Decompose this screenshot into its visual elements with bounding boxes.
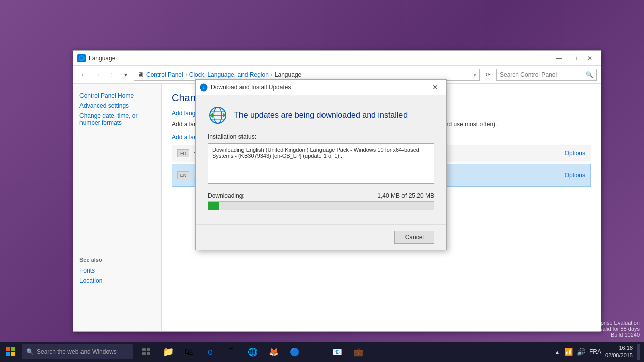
download-dialog: ↓ Download and Install Updates ✕	[195, 79, 447, 250]
sidebar-link-date-format[interactable]: Change date, time, or number formats	[79, 112, 155, 126]
task-view-button[interactable]	[137, 342, 157, 362]
sidebar-link-home[interactable]: Control Panel Home	[79, 92, 155, 99]
svg-rect-9	[6, 347, 10, 351]
up-button[interactable]: ↑	[106, 69, 118, 81]
breadcrumb-icon: 🖥	[137, 71, 144, 79]
sidebar-link-advanced[interactable]: Advanced settings	[79, 102, 155, 109]
svg-rect-14	[147, 348, 150, 351]
windows-logo-icon	[6, 347, 15, 356]
refresh-button[interactable]: ⟳	[482, 69, 494, 81]
sidebar-link-fonts[interactable]: Fonts	[79, 267, 155, 274]
dialog-header-icon	[208, 105, 228, 125]
edge-icon[interactable]: e	[200, 342, 220, 362]
flag-en: EN	[177, 171, 189, 179]
tray-volume-icon[interactable]: 🔊	[577, 348, 585, 356]
svg-rect-12	[11, 352, 15, 356]
store-icon[interactable]: 🛍	[179, 342, 199, 362]
ie-icon[interactable]: 🌐	[243, 342, 263, 362]
taskbar-icons: 📁 🛍 e 🖩 🌐 🦊 🔵 🖥 📧 💼	[137, 342, 368, 362]
installation-status-textarea	[208, 143, 434, 184]
misc-icon2[interactable]: 📧	[327, 342, 347, 362]
misc-icon1[interactable]: 🖥	[306, 342, 326, 362]
taskbar-search-box[interactable]: 🔍 Search the web and Windows	[22, 344, 133, 359]
search-icon[interactable]: 🔍	[586, 71, 593, 78]
misc-icon3[interactable]: 💼	[348, 342, 368, 362]
titlebar: 🌐 Language — □ ✕	[73, 51, 601, 66]
breadcrumb-language: Language	[275, 71, 301, 78]
svg-rect-10	[11, 347, 15, 351]
ccleaner-icon[interactable]: 🔵	[285, 342, 305, 362]
build-line1: prise Evaluation	[555, 320, 640, 326]
svg-rect-11	[6, 352, 10, 356]
minimize-button[interactable]: —	[552, 53, 567, 63]
taskbar-tray: ▲ 📶 🔊 FRA 16:18 02/08/2015	[555, 344, 644, 360]
taskbar: 🔍 Search the web and Windows 📁 🛍 e 🖩 🌐 🦊…	[0, 342, 644, 362]
firefox-icon[interactable]: 🦊	[264, 342, 284, 362]
titlebar-buttons: — □ ✕	[552, 53, 597, 63]
time-display: 16:18	[605, 344, 633, 352]
breadcrumb-control-panel[interactable]: Control Panel	[146, 71, 183, 78]
progress-bar-fill	[208, 202, 219, 210]
dialog-header: The updates are being downloaded and ins…	[208, 105, 434, 125]
tray-expand-icon[interactable]: ▲	[555, 349, 560, 355]
dialog-content: The updates are being downloaded and ins…	[196, 95, 446, 220]
taskbar-search-placeholder: Search the web and Windows	[37, 348, 117, 355]
sidebar-link-location[interactable]: Location	[79, 277, 155, 284]
search-box[interactable]: 🔍	[496, 69, 597, 81]
lang-options-0[interactable]: Options	[565, 150, 585, 157]
size-label: 1,40 MB of 25,20 MB	[377, 192, 434, 199]
dialog-title: Download and Install Updates	[211, 84, 428, 91]
back-button[interactable]: ←	[77, 69, 90, 81]
svg-text:↓: ↓	[203, 85, 205, 90]
tray-network-icon[interactable]: 📶	[564, 348, 573, 356]
recent-locations-button[interactable]: ▾	[120, 69, 132, 81]
address-dropdown-button[interactable]: ▾	[473, 71, 476, 78]
progress-bar-container	[208, 201, 434, 210]
flag-fr: FR	[177, 149, 189, 157]
svg-rect-16	[147, 352, 150, 355]
dialog-header-text: The updates are being downloaded and ins…	[234, 111, 408, 120]
installation-status-label: Installation status:	[208, 133, 434, 140]
build-line3: Build 10240	[555, 332, 640, 338]
language-indicator[interactable]: FRA	[589, 348, 601, 355]
taskbar-search-icon: 🔍	[26, 348, 34, 355]
lang-options-1[interactable]: Options	[565, 172, 585, 179]
maximize-button[interactable]: □	[568, 53, 582, 63]
address-bar[interactable]: 🖥 Control Panel › Clock, Language, and R…	[134, 69, 480, 81]
see-also-title: See also	[79, 257, 155, 263]
window-title: Language	[89, 55, 549, 62]
svg-rect-15	[142, 352, 146, 355]
close-window-button[interactable]: ✕	[583, 53, 597, 63]
dialog-footer: Cancel	[196, 224, 446, 250]
start-button[interactable]	[0, 342, 20, 362]
breadcrumb-clock-region[interactable]: Clock, Language, and Region	[189, 71, 269, 78]
file-explorer-icon[interactable]: 📁	[158, 342, 178, 362]
cancel-button[interactable]: Cancel	[394, 231, 434, 244]
show-desktop-button[interactable]	[637, 344, 640, 360]
downloading-label: Downloading:	[208, 192, 245, 199]
dialog-close-button[interactable]: ✕	[428, 82, 442, 93]
svg-rect-13	[142, 348, 146, 351]
date-display: 02/08/2015	[605, 352, 633, 359]
clock[interactable]: 16:18 02/08/2015	[605, 344, 633, 360]
calculator-icon[interactable]: 🖩	[221, 342, 242, 362]
desktop: 🌐 Language — □ ✕ ← → ↑ ▾ 🖥 Control Panel…	[0, 0, 644, 362]
sidebar: Control Panel Home Advanced settings Cha…	[73, 84, 162, 331]
progress-section: Downloading: 1,40 MB of 25,20 MB	[208, 192, 434, 210]
build-line2: Windows License valid for 88 days	[555, 326, 640, 332]
search-input[interactable]	[500, 71, 584, 78]
dialog-icon: ↓	[200, 83, 208, 92]
window-icon: 🌐	[77, 54, 86, 62]
forward-button[interactable]: →	[92, 69, 104, 81]
dialog-titlebar: ↓ Download and Install Updates ✕	[196, 80, 446, 95]
build-info: prise Evaluation Windows License valid f…	[555, 320, 640, 338]
